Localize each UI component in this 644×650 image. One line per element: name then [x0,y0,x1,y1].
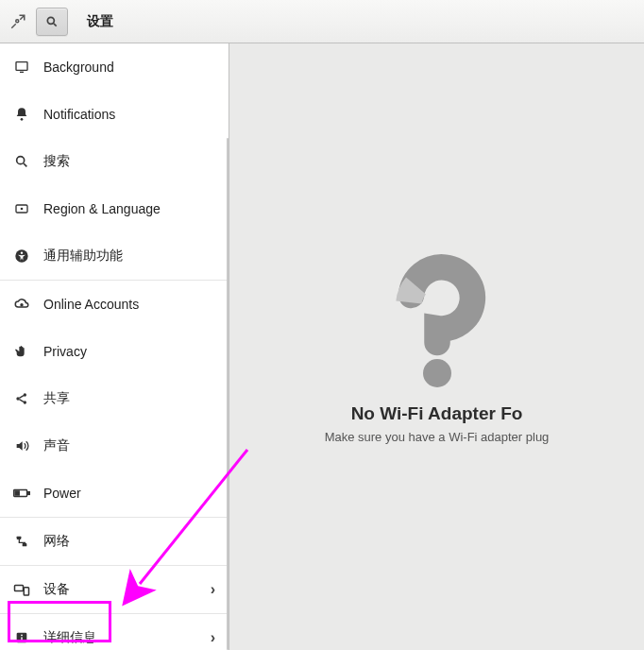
svg-point-9 [21,251,23,253]
svg-rect-20 [24,588,28,595]
sidebar-item-details[interactable]: 详细信息 › [0,614,229,650]
sidebar-item-label: 详细信息 [43,629,197,646]
sidebar-item-online-accounts[interactable]: Online Accounts [0,281,229,328]
tools-icon [8,11,28,32]
network-icon [13,533,30,550]
share-icon [13,390,30,407]
svg-point-5 [17,157,25,164]
svg-rect-17 [17,537,22,539]
sidebar-item-sharing[interactable]: 共享 [0,375,229,422]
sidebar-item-label: Privacy [43,344,215,359]
sidebar-item-label: Power [43,486,215,501]
sidebar-item-label: 通用辅助功能 [43,248,215,265]
svg-point-4 [21,118,24,121]
sidebar-item-background[interactable]: Background [0,43,229,91]
sidebar-item-label: Background [43,60,215,75]
sidebar-item-power[interactable]: Power [0,470,229,517]
svg-rect-18 [23,543,27,546]
svg-rect-2 [16,62,27,71]
chevron-right-icon: › [211,581,215,598]
sidebar-item-region[interactable]: Region & Language [0,185,229,232]
sound-icon [13,437,30,454]
bell-icon [13,106,30,123]
sidebar-item-label: 搜索 [43,153,215,170]
svg-point-23 [21,634,23,636]
svg-point-0 [16,19,19,22]
svg-rect-3 [20,72,24,73]
svg-point-1 [47,17,54,24]
scrollbar[interactable] [227,138,229,650]
no-adapter-subtitle: Make sure you have a Wi-Fi adapter plug [325,430,550,444]
content-pane: No Wi-Fi Adapter Fo Make sure you have a… [229,43,644,650]
svg-rect-15 [27,492,29,495]
svg-point-7 [21,208,24,211]
sidebar-item-privacy[interactable]: Privacy [0,328,229,375]
sidebar-item-label: Region & Language [43,201,215,216]
sidebar-item-notifications[interactable]: Notifications [0,91,229,138]
sidebar-item-label: Notifications [43,107,215,122]
svg-rect-19 [15,586,24,591]
hand-icon [13,343,30,360]
sidebar-item-label: 设备 [43,581,197,598]
svg-point-24 [423,359,451,387]
accessibility-icon [13,248,30,265]
chevron-right-icon: › [211,629,215,646]
sidebar-item-universal-access[interactable]: 通用辅助功能 [0,232,229,280]
svg-rect-22 [21,637,22,641]
settings-sidebar: Background Notifications 搜索 Region & Lan… [0,43,229,650]
sidebar-item-sound[interactable]: 声音 [0,422,229,470]
region-icon [13,200,30,217]
battery-icon [13,485,30,502]
sidebar-item-devices[interactable]: 设备 › [0,566,229,613]
devices-icon [13,581,30,598]
cloud-key-icon [13,296,30,313]
header-search-button[interactable] [36,8,68,36]
svg-point-10 [21,304,23,306]
display-icon [13,59,30,76]
sidebar-item-label: 共享 [43,390,215,407]
sidebar-item-network[interactable]: 网络 [0,518,229,565]
sidebar-item-search[interactable]: 搜索 [0,138,229,185]
sidebar-item-label: 声音 [43,437,215,454]
search-icon [13,153,30,170]
no-adapter-title: No Wi-Fi Adapter Fo [351,403,523,424]
sidebar-item-label: 网络 [43,533,215,550]
sidebar-item-label: Online Accounts [43,297,215,312]
question-mark-icon [366,250,508,392]
svg-rect-16 [15,491,19,495]
info-icon [13,629,30,646]
window-title: 设置 [87,13,113,30]
header-bar: 设置 [0,0,644,43]
